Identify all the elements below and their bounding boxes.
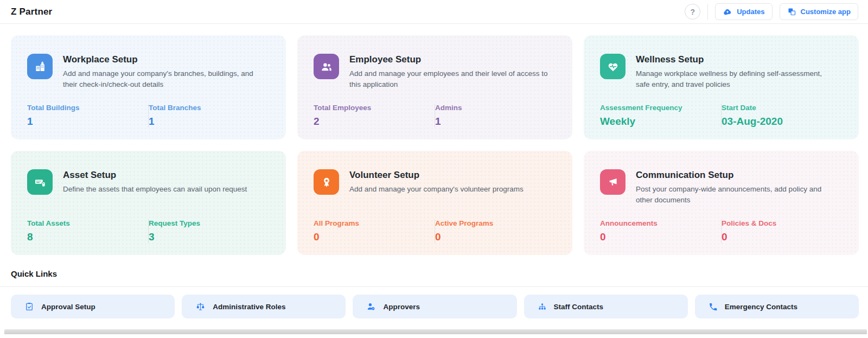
- stat: Active Programs 0: [435, 219, 556, 243]
- card-stats: Total Assets 8 Request Types 3: [27, 219, 270, 243]
- people-icon: [314, 54, 339, 79]
- stat-value: 3: [149, 231, 270, 243]
- header-actions: ? Updates Customize app: [685, 3, 858, 20]
- stat-label: All Programs: [314, 219, 435, 227]
- card-title: Asset Setup: [63, 169, 247, 181]
- heart-pulse-icon: [600, 54, 626, 79]
- card-text: Asset Setup Define the assets that emplo…: [63, 169, 247, 195]
- quick-link-staff-contacts[interactable]: Staff Contacts: [524, 295, 688, 318]
- stat: Policies & Docs 0: [722, 219, 843, 243]
- stat: Announcements 0: [600, 219, 721, 243]
- quick-link-label: Staff Contacts: [554, 303, 604, 311]
- stat: Total Branches 1: [149, 104, 270, 127]
- card-text: Wellness Setup Manage workplace wellness…: [636, 54, 837, 91]
- customize-app-button-label: Customize app: [801, 8, 851, 16]
- stat-value: 1: [435, 116, 556, 127]
- stat-label: Assessment Frequency: [600, 104, 721, 112]
- card-text: Workplace Setup Add and manage your comp…: [63, 54, 264, 91]
- scales-icon: [195, 302, 206, 312]
- bottom-edge-bar: [4, 329, 867, 334]
- quick-link-label: Emergency Contacts: [725, 303, 797, 311]
- card-head: Employee Setup Add and manage your emplo…: [314, 54, 556, 91]
- card-stats: Total Buildings 1 Total Branches 1: [27, 104, 270, 127]
- help-button[interactable]: ?: [685, 4, 700, 20]
- quick-link-approval-setup[interactable]: Approval Setup: [11, 295, 175, 318]
- stat-value: 0: [314, 231, 435, 243]
- medal-icon: [314, 169, 339, 195]
- employee-setup-card[interactable]: Employee Setup Add and manage your emplo…: [297, 35, 572, 139]
- card-head: Communication Setup Post your company-wi…: [600, 169, 843, 206]
- stat: Assessment Frequency Weekly: [600, 104, 721, 127]
- card-title: Communication Setup: [636, 169, 837, 181]
- card-text: Communication Setup Post your company-wi…: [636, 169, 837, 206]
- quick-link-label: Approvers: [383, 303, 420, 311]
- stat: Admins 1: [435, 104, 556, 127]
- stat-value: 1: [27, 116, 148, 127]
- customize-app-icon: [787, 7, 796, 16]
- person-check-icon: [366, 302, 376, 311]
- quick-links-section: Quick Links Approval Setup: [0, 269, 868, 318]
- workplace-setup-card[interactable]: Workplace Setup Add and manage your comp…: [11, 35, 286, 139]
- stat-value: 0: [435, 231, 556, 243]
- stat-value: 1: [149, 116, 270, 127]
- card-head: Asset Setup Define the assets that emplo…: [27, 169, 270, 195]
- volunteer-setup-card[interactable]: Volunteer Setup Add and manage your comp…: [297, 151, 572, 255]
- clipboard-check-icon: [24, 302, 34, 311]
- quick-link-emergency-contacts[interactable]: Emergency Contacts: [695, 295, 859, 318]
- card-head: Workplace Setup Add and manage your comp…: [27, 54, 270, 91]
- stat-label: Total Assets: [27, 219, 148, 227]
- quick-links-row: Approval Setup Administrative Roles: [0, 287, 868, 318]
- stat-label: Start Date: [722, 104, 843, 112]
- stat-label: Total Buildings: [27, 104, 148, 112]
- stat: Request Types 3: [149, 219, 270, 243]
- card-description: Post your company-wide announcements, ad…: [636, 184, 837, 206]
- card-head: Volunteer Setup Add and manage your comp…: [314, 169, 556, 195]
- megaphone-icon: [600, 169, 626, 195]
- stat-label: Active Programs: [435, 219, 556, 227]
- stat-label: Total Branches: [149, 104, 270, 112]
- updates-button-label: Updates: [737, 8, 764, 16]
- card-stats: Total Employees 2 Admins 1: [314, 104, 556, 127]
- quick-link-approvers[interactable]: Approvers: [353, 295, 516, 318]
- updates-button[interactable]: Updates: [715, 3, 772, 20]
- card-head: Wellness Setup Manage workplace wellness…: [600, 54, 843, 91]
- card-stats: Announcements 0 Policies & Docs 0: [600, 219, 843, 243]
- stat-value: 0: [600, 231, 721, 243]
- asset-setup-card[interactable]: Asset Setup Define the assets that emplo…: [11, 151, 286, 255]
- stat-label: Announcements: [600, 219, 721, 227]
- card-text: Employee Setup Add and manage your emplo…: [349, 54, 550, 91]
- stat-label: Policies & Docs: [722, 219, 843, 227]
- card-title: Employee Setup: [349, 54, 550, 65]
- card-description: Add and manage your company's branches, …: [63, 68, 264, 91]
- card-text: Volunteer Setup Add and manage your comp…: [349, 169, 524, 195]
- stat: Total Buildings 1: [27, 104, 148, 127]
- card-title: Wellness Setup: [636, 54, 837, 65]
- quick-link-administrative-roles[interactable]: Administrative Roles: [182, 295, 346, 318]
- setup-cards-grid: Workplace Setup Add and manage your comp…: [11, 35, 859, 255]
- header-divider: [707, 4, 708, 20]
- stat-value: Weekly: [600, 116, 721, 127]
- stat-label: Total Employees: [314, 104, 435, 112]
- card-stats: Assessment Frequency Weekly Start Date 0…: [600, 104, 843, 127]
- stat-value: 8: [27, 231, 148, 243]
- communication-setup-card[interactable]: Communication Setup Post your company-wi…: [584, 151, 859, 255]
- card-description: Add and manage your company's volunteer …: [349, 184, 524, 195]
- phone-icon: [709, 302, 718, 311]
- customize-app-button[interactable]: Customize app: [780, 3, 858, 20]
- stat-value: 03-Aug-2020: [722, 116, 843, 127]
- stat-value: 0: [722, 231, 843, 243]
- org-chart-icon: [538, 302, 547, 311]
- stat: Total Employees 2: [314, 104, 435, 127]
- quick-link-label: Administrative Roles: [213, 303, 285, 311]
- card-description: Define the assets that employees can ava…: [63, 184, 247, 195]
- card-description: Manage workplace wellness by defining se…: [636, 68, 837, 91]
- cloud-updates-icon: [723, 8, 732, 16]
- stat-label: Admins: [435, 104, 556, 112]
- stat-label: Request Types: [149, 219, 270, 227]
- stat: Start Date 03-Aug-2020: [722, 104, 843, 127]
- keyboard-mouse-icon: [27, 169, 53, 195]
- quick-links-title: Quick Links: [0, 269, 868, 278]
- wellness-setup-card[interactable]: Wellness Setup Manage workplace wellness…: [584, 35, 859, 139]
- card-title: Volunteer Setup: [349, 169, 524, 181]
- card-stats: All Programs 0 Active Programs 0: [314, 219, 556, 243]
